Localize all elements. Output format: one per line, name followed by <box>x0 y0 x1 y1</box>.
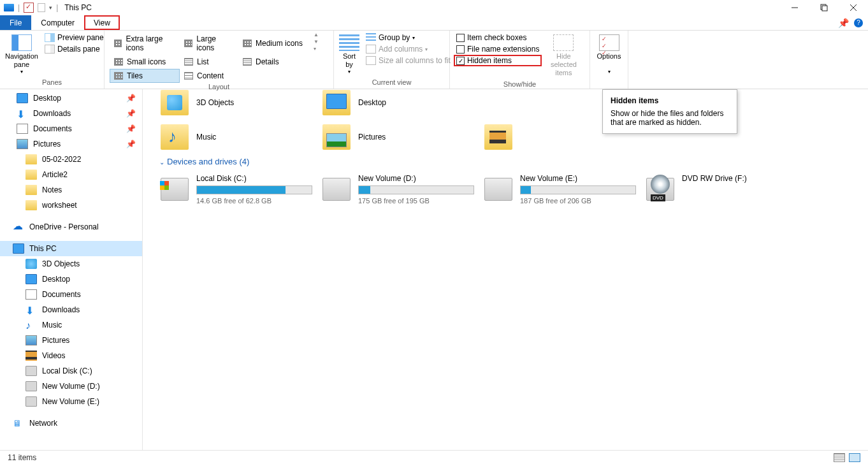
tree-this-pc[interactable]: This PC <box>0 241 142 256</box>
layout-extra-large[interactable]: Extra large icons <box>110 32 180 55</box>
checkbox-checked-icon: ✓ <box>456 57 465 65</box>
tab-file[interactable]: File <box>0 15 31 30</box>
close-button[interactable] <box>839 0 868 15</box>
tree-3d-objects[interactable]: 3D Objects <box>0 256 142 272</box>
cloud-icon: ☁ <box>13 222 24 232</box>
options-button[interactable]: ✓✓✓ Options▾ <box>594 32 624 78</box>
qat-doc-icon[interactable] <box>38 3 45 12</box>
status-bar: 11 items <box>0 450 868 464</box>
folder-icon <box>322 90 351 115</box>
window-title: This PC <box>62 3 92 12</box>
preview-pane-icon <box>45 33 55 42</box>
tree-drive-c[interactable]: Local Disk (C:) <box>0 363 142 379</box>
pin-icon: 📌 <box>126 109 136 118</box>
network-icon: 🖥 <box>13 418 24 428</box>
tiles-view-button[interactable] <box>849 453 860 462</box>
group-by-button[interactable]: Group by ▾ <box>363 32 453 43</box>
tree-music[interactable]: ♪Music <box>0 317 142 333</box>
tab-computer[interactable]: Computer <box>31 15 84 30</box>
navigation-tree[interactable]: Desktop📌 ⬇Downloads📌 Documents📌 Pictures… <box>0 89 143 463</box>
tree-folder[interactable]: 05-02-2022 <box>0 152 142 167</box>
layout-small[interactable]: Small icons <box>110 55 180 69</box>
tree-downloads2[interactable]: ⬇Downloads <box>0 302 142 317</box>
file-name-extensions[interactable]: File name extensions <box>454 43 542 55</box>
qat-dropdown-icon[interactable]: ▾ <box>49 4 52 11</box>
tree-documents2[interactable]: Documents <box>0 287 142 302</box>
tab-view[interactable]: View <box>84 15 120 30</box>
help-button[interactable]: ? <box>854 18 863 27</box>
layout-large[interactable]: Large icons <box>180 32 238 55</box>
tree-folder[interactable]: worksheet <box>0 198 142 213</box>
layout-list[interactable]: List <box>180 55 238 69</box>
pictures-icon <box>25 335 37 345</box>
details-pane-button[interactable]: Details pane <box>42 43 106 55</box>
tree-videos[interactable]: Videos <box>0 348 142 363</box>
size-columns-button[interactable]: Size all columns to fit <box>363 55 453 66</box>
drive-c[interactable]: Local Disk (C:) 14.6 GB free of 62.8 GB <box>156 171 317 207</box>
layout-scroll-down[interactable]: ▼ <box>314 39 319 45</box>
tree-folder[interactable]: Notes <box>0 182 142 198</box>
minimize-button[interactable] <box>780 0 809 15</box>
drive-e[interactable]: New Volume (E:) 187 GB free of 206 GB <box>479 171 641 207</box>
dvd-drive-icon <box>646 178 674 201</box>
hide-selected-button[interactable]: Hide selected items <box>544 32 582 80</box>
desktop-icon <box>17 93 28 103</box>
drive-icon <box>484 178 512 201</box>
folder-icon <box>25 170 37 180</box>
storage-bar <box>196 185 312 194</box>
tree-network[interactable]: 🖥Network <box>0 416 142 431</box>
drive-f[interactable]: DVD RW Drive (F:) <box>641 171 803 207</box>
folder-music[interactable]: Music <box>156 120 317 154</box>
tree-pictures[interactable]: Pictures📌 <box>0 136 142 152</box>
layout-medium[interactable]: Medium icons <box>238 32 310 55</box>
tree-folder[interactable]: Article2 <box>0 167 142 182</box>
folder-desktop[interactable]: Desktop <box>317 85 479 120</box>
tree-onedrive[interactable]: ☁OneDrive - Personal <box>0 219 142 235</box>
layout-icon <box>184 40 192 47</box>
item-check-boxes[interactable]: Item check boxes <box>454 32 542 43</box>
layout-icon <box>114 72 123 80</box>
3d-icon <box>25 259 37 269</box>
drive-d[interactable]: New Volume (D:) 175 GB free of 195 GB <box>317 171 479 207</box>
main-pane[interactable]: 3D Objects Desktop Downloads Music Pictu… <box>143 89 868 463</box>
navigation-pane-button[interactable]: Navigation pane▾ <box>4 32 40 78</box>
devices-header[interactable]: ⌄Devices and drives (4) <box>156 154 868 171</box>
folder-icon <box>161 124 189 150</box>
desktop-icon <box>25 274 37 284</box>
folder-icon <box>161 90 189 115</box>
folder-3d-objects[interactable]: 3D Objects <box>156 85 317 120</box>
tree-drive-e[interactable]: New Volume (E:) <box>0 394 142 409</box>
maximize-button[interactable] <box>809 0 839 15</box>
sort-icon <box>339 34 359 51</box>
add-columns-icon <box>366 45 376 54</box>
layout-details[interactable]: Details <box>238 55 310 69</box>
tree-drive-d[interactable]: New Volume (D:) <box>0 379 142 394</box>
layout-scroll-up[interactable]: ▲ <box>314 32 319 38</box>
details-pane-icon <box>45 45 55 54</box>
pin-ribbon-icon[interactable]: 📌 <box>838 18 849 28</box>
add-columns-button[interactable]: Add columns ▾ <box>363 43 453 55</box>
layout-content[interactable]: Content <box>180 69 238 83</box>
hidden-items-checkbox[interactable]: ✓Hidden items <box>454 55 542 66</box>
layout-icon <box>184 58 193 66</box>
sort-by-button[interactable]: Sort by▾ <box>338 32 361 78</box>
tree-desktop[interactable]: Desktop📌 <box>0 91 142 106</box>
pin-icon: 📌 <box>126 94 136 103</box>
folder-pictures[interactable]: Pictures <box>317 120 479 154</box>
size-columns-icon <box>366 56 376 65</box>
group-panes-label: Panes <box>4 78 100 87</box>
svg-rect-2 <box>822 6 827 11</box>
tree-documents[interactable]: Documents📌 <box>0 121 142 136</box>
status-item-count: 11 items <box>8 453 36 462</box>
layout-expand[interactable]: ▾ <box>314 46 319 52</box>
preview-pane-button[interactable]: Preview pane <box>42 32 106 43</box>
ribbon-tabs: File Computer View 📌 ? <box>0 15 868 31</box>
layout-icon <box>114 40 122 47</box>
qat-checkbox-icon[interactable] <box>24 3 34 13</box>
tree-downloads[interactable]: ⬇Downloads📌 <box>0 106 142 121</box>
tree-pictures2[interactable]: Pictures <box>0 333 142 348</box>
layout-tiles[interactable]: Tiles <box>110 69 180 83</box>
details-view-button[interactable] <box>834 453 845 462</box>
tree-desktop2[interactable]: Desktop <box>0 272 142 287</box>
navigation-pane-icon <box>11 34 32 51</box>
